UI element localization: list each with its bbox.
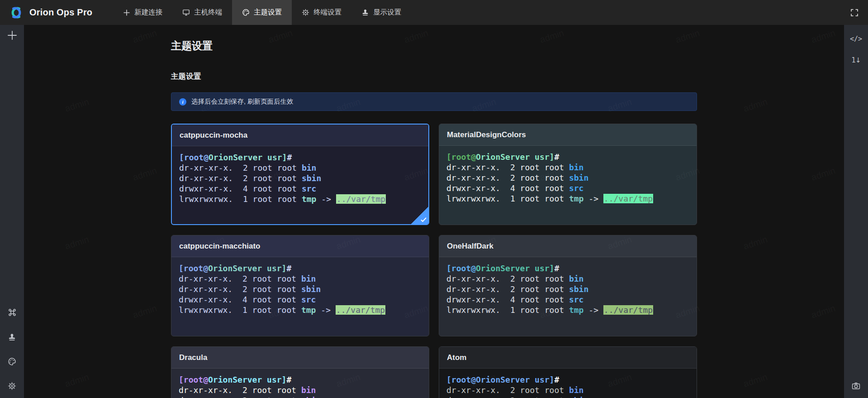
terminal-line: drwxr-xr-x. 4 root root src [446, 294, 689, 305]
theme-card-header: MaterialDesignColors [439, 124, 697, 146]
watermark-text: admin [810, 303, 837, 321]
watermark-text: admin [810, 165, 837, 183]
theme-card-header: OneHalfDark [439, 235, 697, 257]
orion-logo-icon [8, 6, 24, 19]
terminal-line: lrwxrwxrwx. 1 root root tmp -> ../var/tm… [446, 193, 689, 204]
theme-card-header: Dracula [171, 347, 429, 369]
terminal-prompt-line: [root@OrionServer usr]# [179, 152, 421, 163]
terminal-line: lrwxrwxrwx. 1 root root tmp -> ../var/tm… [179, 194, 421, 204]
theme-card-OneHalfDark[interactable]: OneHalfDark [root@OrionServer usr]#dr-xr… [439, 235, 697, 336]
terminal-line: dr-xr-xr-x. 2 root root sbin [446, 173, 689, 183]
camera-icon[interactable] [849, 378, 864, 393]
tab-host-terminal[interactable]: 主机终端 [172, 0, 232, 25]
theme-card-catppuccin-mocha[interactable]: catppuccin-mocha [root@OrionServer usr]#… [171, 124, 429, 225]
theme-name: MaterialDesignColors [447, 130, 526, 139]
terminal-line: drwxr-xr-x. 4 root root src [179, 183, 421, 194]
watermark-text: admin [742, 234, 769, 252]
theme-grid: catppuccin-mocha [root@OrionServer usr]#… [171, 124, 697, 398]
gear-icon[interactable] [5, 378, 20, 393]
theme-card-catppuccin-macchiato[interactable]: catppuccin-macchiato [root@OrionServer u… [171, 235, 429, 336]
tab-label: 主机终端 [194, 8, 222, 17]
tab-label: 显示设置 [373, 8, 401, 17]
info-alert: i 选择后会立刻保存, 刷新页面后生效 [171, 92, 697, 111]
code-glyph: </> [850, 35, 862, 43]
terminal-prompt-line: [root@OrionServer usr]# [446, 263, 689, 273]
plus-icon[interactable] [5, 28, 20, 43]
watermark-text: admin [64, 234, 90, 252]
theme-terminal-preview: [root@OrionServer usr]#dr-xr-xr-x. 2 roo… [171, 257, 429, 321]
theme-card-header: catppuccin-macchiato [171, 235, 429, 257]
main-content: adminadminadminadminadminadminadminadmin… [24, 25, 844, 398]
plus-icon [123, 9, 130, 16]
theme-card-header: catppuccin-mocha [172, 125, 428, 146]
theme-terminal-preview: [root@OrionServer usr]#dr-xr-xr-x. 2 roo… [172, 146, 428, 210]
tab-display-settings[interactable]: 显示设置 [351, 0, 411, 25]
terminal-prompt-line: [root@OrionServer usr]# [179, 374, 422, 385]
theme-card-Dracula[interactable]: Dracula [root@OrionServer usr]#dr-xr-xr-… [171, 346, 429, 398]
stamp-icon[interactable] [5, 329, 20, 345]
tab-label: 主题设置 [254, 8, 282, 17]
tab-label: 终端设置 [313, 8, 342, 17]
theme-card-Atom[interactable]: Atom [root@OrionServer usr]#dr-xr-xr-x. … [439, 346, 697, 398]
watermark-text: admin [742, 372, 769, 389]
theme-card-header: Atom [439, 347, 697, 369]
terminal-line: drwxr-xr-x. 4 root root src [179, 294, 422, 305]
sort-glyph: 1↓ [851, 56, 860, 64]
left-rail [0, 25, 24, 398]
app-title: Orion Ops Pro [29, 7, 92, 18]
terminal-line: dr-xr-xr-x. 2 root root sbin [179, 395, 422, 398]
theme-name: OneHalfDark [447, 242, 493, 251]
theme-name: catppuccin-mocha [180, 131, 247, 140]
terminal-line: dr-xr-xr-x. 2 root root sbin [446, 284, 689, 294]
palette-icon[interactable] [5, 354, 20, 369]
code-icon[interactable]: </> [849, 31, 864, 47]
page-title: 主题设置 [171, 39, 697, 53]
terminal-line: dr-xr-xr-x. 2 root root bin [179, 163, 421, 173]
theme-terminal-preview: [root@OrionServer usr]#dr-xr-xr-x. 2 roo… [439, 369, 697, 398]
watermark-text: admin [132, 303, 158, 321]
terminal-line: dr-xr-xr-x. 2 root root sbin [179, 284, 422, 294]
command-icon[interactable] [5, 305, 20, 320]
theme-terminal-preview: [root@OrionServer usr]#dr-xr-xr-x. 2 roo… [439, 257, 697, 321]
terminal-line: drwxr-xr-x. 4 root root src [446, 183, 689, 193]
nav-tabs: 新建连接 主机终端 主题设置 终端设置 [113, 0, 411, 25]
terminal-line: dr-xr-xr-x. 2 root root bin [179, 385, 422, 395]
terminal-line: lrwxrwxrwx. 1 root root tmp -> ../var/tm… [179, 305, 422, 315]
watermark-text: admin [810, 28, 837, 45]
theme-name: catppuccin-macchiato [179, 242, 261, 251]
watermark-text: admin [64, 96, 90, 114]
watermark-text: admin [742, 96, 769, 114]
section-title: 主题设置 [171, 72, 697, 81]
fullscreen-icon[interactable] [841, 0, 868, 25]
terminal-line: dr-xr-xr-x. 2 root root bin [446, 273, 689, 284]
top-navbar: Orion Ops Pro 新建连接 主机终端 主题设置 [0, 0, 868, 25]
palette-icon [242, 9, 250, 16]
watermark-text: admin [132, 165, 158, 183]
terminal-prompt-line: [root@OrionServer usr]# [446, 374, 689, 385]
stamp-icon [361, 9, 369, 16]
theme-card-MaterialDesignColors[interactable]: MaterialDesignColors [root@OrionServer u… [439, 124, 697, 225]
terminal-prompt-line: [root@OrionServer usr]# [179, 263, 422, 273]
tab-terminal-settings[interactable]: 终端设置 [292, 0, 351, 25]
theme-terminal-preview: [root@OrionServer usr]#dr-xr-xr-x. 2 roo… [171, 369, 429, 398]
theme-name: Dracula [179, 353, 207, 362]
watermark-text: admin [64, 372, 90, 389]
gear-icon [302, 9, 309, 16]
terminal-line: lrwxrwxrwx. 1 root root tmp -> ../var/tm… [446, 305, 689, 315]
terminal-prompt-line: [root@OrionServer usr]# [446, 152, 689, 162]
tab-label: 新建连接 [134, 8, 162, 17]
tab-new-connection[interactable]: 新建连接 [113, 0, 172, 25]
monitor-icon [182, 9, 190, 16]
terminal-line: dr-xr-xr-x. 2 root root bin [446, 385, 689, 395]
info-icon: i [179, 98, 186, 105]
theme-name: Atom [447, 353, 466, 362]
app-window: Orion Ops Pro 新建连接 主机终端 主题设置 [0, 0, 868, 398]
topbar-spacer [411, 0, 841, 25]
right-rail: </> 1↓ [844, 25, 868, 398]
terminal-line: dr-xr-xr-x. 2 root root bin [179, 273, 422, 284]
brand: Orion Ops Pro [0, 0, 101, 25]
terminal-line: dr-xr-xr-x. 2 root root sbin [446, 395, 689, 398]
terminal-line: dr-xr-xr-x. 2 root root sbin [179, 173, 421, 183]
tab-theme-settings[interactable]: 主题设置 [232, 0, 292, 25]
sort-icon[interactable]: 1↓ [849, 53, 864, 68]
